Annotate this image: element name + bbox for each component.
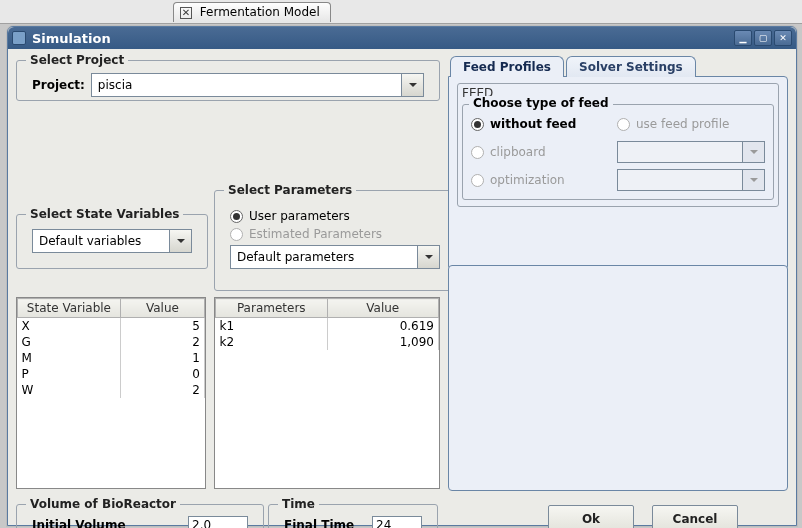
optimization-select: [617, 169, 765, 191]
tab-feed-profiles[interactable]: Feed Profiles: [450, 56, 564, 77]
table-row[interactable]: W2: [18, 382, 205, 398]
col-header[interactable]: State Variable: [18, 299, 121, 318]
sp-legend: Select Parameters: [224, 183, 356, 197]
tab-label: Fermentation Model: [200, 5, 320, 19]
close-icon[interactable]: ✕: [180, 7, 192, 19]
radio-icon: [230, 228, 243, 241]
chevron-down-icon[interactable]: [170, 229, 192, 253]
radio-optimization: optimization: [471, 173, 611, 187]
table-row[interactable]: M1: [18, 350, 205, 366]
parameters-select[interactable]: Default parameters: [230, 245, 440, 269]
radio-label: User parameters: [249, 209, 350, 223]
initial-volume-label: Initial Volume: [32, 518, 126, 528]
maximize-button[interactable]: ▢: [754, 30, 772, 46]
final-time-label: Final Time: [284, 518, 354, 528]
radio-icon: [471, 118, 484, 131]
project-value: piscia: [98, 78, 133, 92]
radio-icon: [617, 118, 630, 131]
feed-profiles-panel: FEED Choose type of feed without feed: [448, 76, 788, 270]
col-header[interactable]: Value: [327, 299, 439, 318]
volume-legend: Volume of BioReactor: [26, 497, 180, 511]
simulation-window: Simulation ▁ ▢ ✕ Select Project Project:…: [7, 26, 797, 526]
project-label: Project:: [32, 78, 85, 92]
chevron-down-icon: [743, 169, 765, 191]
project-select[interactable]: piscia: [91, 73, 424, 97]
radio-icon: [471, 146, 484, 159]
table-row[interactable]: X5: [18, 318, 205, 335]
tab-solver-settings[interactable]: Solver Settings: [566, 56, 696, 77]
radio-label: use feed profile: [636, 117, 729, 131]
time-legend: Time: [278, 497, 319, 511]
select-project-legend: Select Project: [26, 53, 128, 67]
radio-label: Estimated Parameters: [249, 227, 382, 241]
radio-use-feed-profile: use feed profile: [617, 117, 765, 131]
final-time-input[interactable]: 24: [372, 516, 422, 528]
chevron-down-icon[interactable]: [402, 73, 424, 97]
col-header[interactable]: Value: [120, 299, 204, 318]
cancel-button[interactable]: Cancel: [652, 505, 738, 528]
radio-label: without feed: [490, 117, 576, 131]
select-state-variables-group: Select State Variables Default variables: [16, 207, 208, 269]
radio-label: clipboard: [490, 145, 546, 159]
tab-fermentation-model[interactable]: ✕ Fermentation Model: [173, 2, 331, 22]
table-row[interactable]: P0: [18, 366, 205, 382]
close-button[interactable]: ✕: [774, 30, 792, 46]
table-row[interactable]: k10.619: [216, 318, 439, 335]
state-variable-table[interactable]: State Variable Value X5 G2 M1 P0 W2: [16, 297, 206, 489]
radio-clipboard: clipboard: [471, 145, 611, 159]
time-group: Time Final Time 24 Time Step 0.05: [268, 497, 438, 528]
ssv-legend: Select State Variables: [26, 207, 183, 221]
parameters-table[interactable]: Parameters Value k10.619 k21,090: [214, 297, 440, 489]
ok-button[interactable]: Ok: [548, 505, 634, 528]
minimize-button[interactable]: ▁: [734, 30, 752, 46]
volume-group: Volume of BioReactor Initial Volume 2.0 …: [16, 497, 264, 528]
secondary-panel: [448, 265, 788, 491]
radio-icon: [471, 174, 484, 187]
radio-estimated-parameters: Estimated Parameters: [230, 227, 440, 241]
state-variables-select[interactable]: Default variables: [32, 229, 192, 253]
chevron-down-icon[interactable]: [418, 245, 440, 269]
app-icon: [12, 31, 26, 45]
chevron-down-icon: [743, 141, 765, 163]
radio-label: optimization: [490, 173, 565, 187]
select-parameters-group: Select Parameters User parameters Estima…: [214, 183, 456, 291]
window-title: Simulation: [32, 31, 732, 46]
radio-user-parameters[interactable]: User parameters: [230, 209, 440, 223]
ssv-value: Default variables: [39, 234, 141, 248]
table-row[interactable]: k21,090: [216, 334, 439, 350]
choose-feed-legend: Choose type of feed: [469, 96, 613, 110]
col-header[interactable]: Parameters: [216, 299, 328, 318]
clipboard-select: [617, 141, 765, 163]
table-row[interactable]: G2: [18, 334, 205, 350]
radio-icon: [230, 210, 243, 223]
titlebar[interactable]: Simulation ▁ ▢ ✕: [8, 27, 796, 49]
radio-without-feed[interactable]: without feed: [471, 117, 611, 131]
initial-volume-input[interactable]: 2.0: [188, 516, 248, 528]
select-project-group: Select Project Project: piscia: [16, 53, 440, 101]
sp-value: Default parameters: [237, 250, 354, 264]
